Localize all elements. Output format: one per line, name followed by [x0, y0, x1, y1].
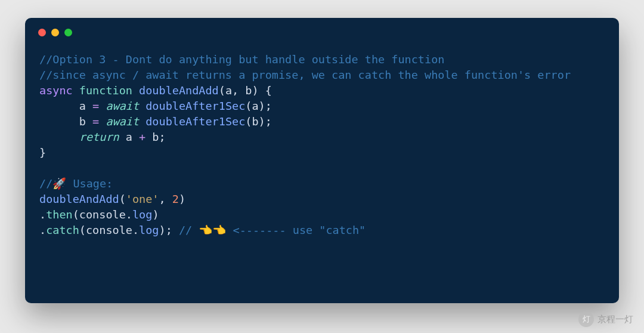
watermark-badge: 灯 京程一灯 — [578, 312, 633, 327]
assign: = — [86, 100, 106, 112]
assign: = — [86, 115, 106, 128]
paren-close-semi: ); — [159, 224, 179, 236]
code-block: //Option 3 - Dont do anything but handle… — [25, 41, 619, 252]
paren-close: ) — [179, 193, 185, 205]
minimize-icon[interactable] — [51, 29, 59, 36]
var-a: a — [126, 131, 132, 143]
method-then: then — [46, 208, 73, 221]
keyword-async: async — [39, 84, 73, 97]
paren-open: ( — [79, 224, 86, 236]
dot: . — [132, 224, 139, 236]
call-doubleAndAdd: doubleAndAdd — [39, 193, 119, 205]
rocket-icon: 🚀 — [52, 177, 66, 190]
watermark-text: 京程一灯 — [597, 314, 633, 325]
brace-close: } — [39, 146, 46, 159]
console-obj: console — [86, 224, 132, 236]
pointing-hand-icon: 👈 — [212, 224, 226, 236]
comma: , — [232, 84, 245, 97]
comment-usage: Usage: — [66, 177, 113, 190]
keyword-function: function — [79, 84, 132, 97]
zoom-icon[interactable] — [64, 29, 72, 36]
comma: , — [159, 193, 172, 205]
paren-open: ( — [73, 208, 79, 221]
space — [139, 100, 145, 112]
keyword-return: return — [79, 131, 119, 143]
comment-slashes: // — [179, 224, 199, 236]
pointing-hand-icon: 👈 — [199, 224, 212, 236]
var-a: a — [79, 100, 86, 112]
paren-close: ) — [152, 208, 159, 221]
indent — [39, 100, 79, 112]
paren-close-brace: ) { — [252, 84, 271, 97]
param-b: b — [245, 84, 252, 97]
space — [139, 115, 145, 128]
paren-open: ( — [245, 100, 252, 112]
call-doubleAfter1Sec: doubleAfter1Sec — [145, 115, 245, 128]
indent — [39, 115, 79, 128]
dot: . — [126, 208, 132, 221]
arg-b: b — [252, 115, 258, 128]
function-name: doubleAndAdd — [139, 84, 219, 97]
keyword-await: await — [106, 115, 139, 128]
code-window: //Option 3 - Dont do anything but handle… — [25, 18, 619, 303]
comment-line: //since async / await returns a promise,… — [39, 69, 571, 81]
keyword-await: await — [106, 100, 139, 112]
indent — [39, 131, 79, 143]
paren-open: ( — [119, 193, 126, 205]
number-2: 2 — [172, 193, 179, 205]
call-doubleAfter1Sec: doubleAfter1Sec — [145, 100, 245, 112]
param-a: a — [225, 84, 232, 97]
console-obj: console — [79, 208, 126, 221]
paren-close: ); — [259, 100, 272, 112]
method-catch: catch — [46, 224, 79, 236]
method-log: log — [139, 224, 159, 236]
comment-arrow-text: <------- use "catch" — [226, 224, 366, 236]
semicolon: ; — [159, 131, 166, 143]
var-b: b — [79, 115, 86, 128]
paren-open: ( — [219, 84, 225, 97]
paren-open: ( — [245, 115, 252, 128]
paren-close: ); — [259, 115, 272, 128]
dot: . — [39, 224, 46, 236]
arg-a: a — [252, 100, 258, 112]
comment-line: //Option 3 - Dont do anything but handle… — [39, 53, 444, 66]
plus-op: + — [132, 131, 152, 143]
string-one: 'one' — [126, 193, 159, 205]
comment-slashes: // — [39, 177, 52, 190]
space — [119, 131, 126, 143]
dot: . — [39, 208, 46, 221]
method-log: log — [132, 208, 152, 221]
close-icon[interactable] — [38, 29, 46, 36]
var-b: b — [152, 131, 159, 143]
titlebar — [25, 18, 619, 41]
avatar-icon: 灯 — [578, 312, 594, 327]
